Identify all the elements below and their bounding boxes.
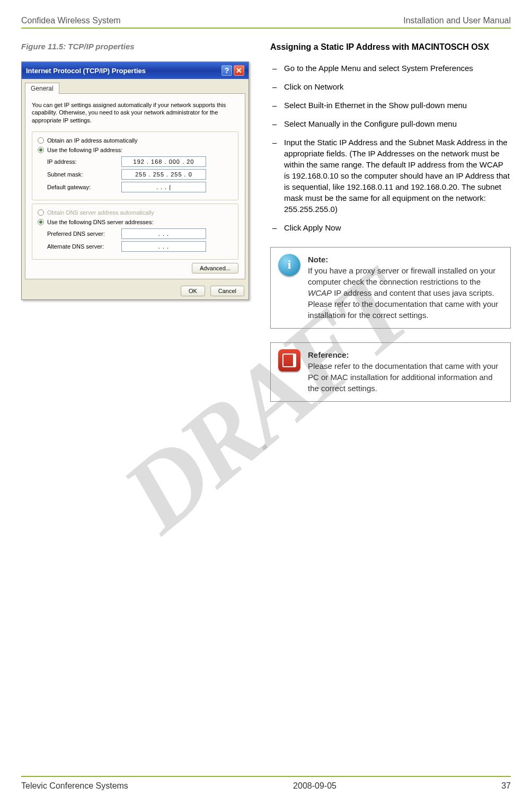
radio-label: Use the following IP address: bbox=[47, 147, 122, 153]
radio-label: Use the following DNS server addresses: bbox=[47, 219, 154, 225]
header-right: Installation and User Manual bbox=[403, 16, 511, 25]
section-heading: Assigning a Static IP Address with MACIN… bbox=[270, 42, 511, 53]
header-left: Confidea Wireless System bbox=[21, 16, 121, 25]
dialog-title: Internet Protocol (TCP/IP) Properties bbox=[26, 67, 146, 75]
radio-icon bbox=[38, 147, 44, 153]
page-footer: Televic Conference Systems 2008-09-05 37 bbox=[21, 776, 511, 791]
list-item: Select Built-in Ethernet in the Show pul… bbox=[270, 100, 511, 111]
gateway-label: Default gateway: bbox=[47, 184, 121, 190]
ip-group: Obtain an IP address automatically Use t… bbox=[32, 131, 238, 200]
tab-general[interactable]: General bbox=[25, 83, 59, 94]
step-list: Go to the Apple Menu and select System P… bbox=[270, 63, 511, 233]
radio-static-ip[interactable]: Use the following IP address: bbox=[38, 147, 233, 153]
alt-dns-input[interactable]: . . . bbox=[121, 241, 206, 252]
note-text: If you have a proxy server or firewall i… bbox=[308, 266, 495, 297]
radio-icon bbox=[38, 219, 44, 225]
subnet-input[interactable]: 255 . 255 . 255 . 0 bbox=[121, 169, 206, 180]
dialog-intro: You can get IP settings assigned automat… bbox=[32, 101, 238, 124]
alt-dns-label: Alternate DNS server: bbox=[47, 243, 121, 250]
radio-icon bbox=[38, 137, 44, 144]
page-header: Confidea Wireless System Installation an… bbox=[21, 16, 511, 29]
radio-auto-dns: Obtain DNS server address automatically bbox=[38, 209, 233, 216]
tcpip-dialog: Internet Protocol (TCP/IP) Properties ? … bbox=[21, 61, 249, 300]
tab-strip: General bbox=[22, 79, 249, 93]
list-item: Select Manually in the Configure pull-do… bbox=[270, 118, 511, 129]
list-item: Click on Network bbox=[270, 81, 511, 92]
cancel-button[interactable]: Cancel bbox=[210, 286, 244, 296]
help-icon[interactable]: ? bbox=[221, 65, 232, 76]
gateway-input[interactable]: . . . | bbox=[121, 182, 206, 192]
subnet-label: Subnet mask: bbox=[47, 171, 121, 178]
dialog-titlebar: Internet Protocol (TCP/IP) Properties ? … bbox=[22, 62, 249, 79]
ip-address-input[interactable]: 192 . 168 . 000 . 20 bbox=[121, 156, 206, 167]
radio-static-dns[interactable]: Use the following DNS server addresses: bbox=[38, 219, 233, 225]
list-item: Go to the Apple Menu and select System P… bbox=[270, 63, 511, 74]
figure-caption: Figure 11.5: TCP/IP properties bbox=[21, 42, 254, 51]
reference-text: Please refer to the documentation that c… bbox=[308, 361, 498, 393]
radio-auto-ip[interactable]: Obtain an IP address automatically bbox=[38, 137, 233, 144]
ok-button[interactable]: OK bbox=[181, 286, 205, 296]
ip-address-label: IP address: bbox=[47, 158, 121, 165]
note-title: Note: bbox=[308, 255, 328, 264]
pref-dns-label: Preferred DNS server: bbox=[47, 231, 121, 237]
reference-callout: Reference: Please refer to the documenta… bbox=[270, 342, 511, 402]
radio-label: Obtain DNS server address automatically bbox=[47, 209, 154, 216]
footer-center: 2008-09-05 bbox=[293, 781, 336, 791]
dns-group: Obtain DNS server address automatically … bbox=[32, 204, 238, 260]
advanced-button[interactable]: Advanced... bbox=[192, 263, 238, 273]
radio-label: Obtain an IP address automatically bbox=[47, 137, 137, 144]
radio-icon bbox=[38, 209, 44, 216]
list-item: Input the Static IP Address and the Subn… bbox=[270, 137, 511, 215]
list-item: Click Apply Now bbox=[270, 222, 511, 233]
pref-dns-input[interactable]: . . . bbox=[121, 228, 206, 239]
close-icon[interactable]: ✕ bbox=[234, 65, 244, 76]
footer-left: Televic Conference Systems bbox=[21, 781, 128, 791]
note-callout: Note: If you have a proxy server or fire… bbox=[270, 247, 511, 329]
note-text-2: Please refer to the documentation that c… bbox=[308, 299, 498, 320]
reference-title: Reference: bbox=[308, 350, 349, 359]
book-icon bbox=[278, 349, 300, 372]
info-icon bbox=[278, 254, 300, 276]
footer-right: 37 bbox=[501, 781, 511, 791]
